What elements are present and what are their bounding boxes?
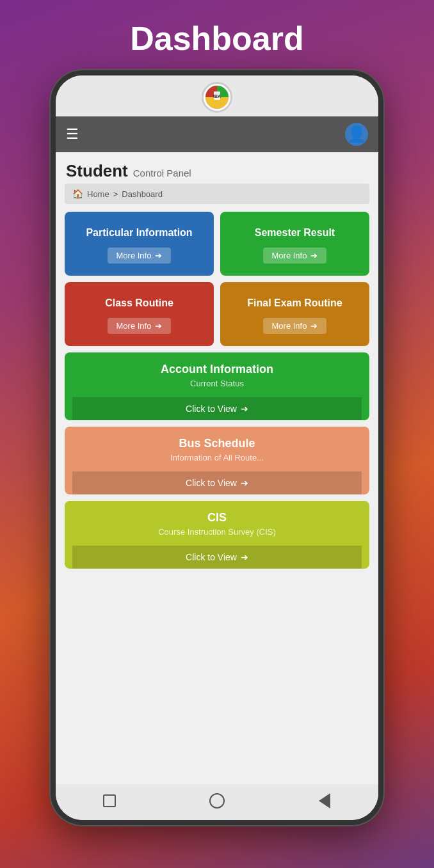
student-header: Student Control Panel	[56, 152, 378, 184]
cis-subtitle: Course Instruction Survey (CIS)	[72, 527, 362, 537]
cis-card[interactable]: CIS Course Instruction Survey (CIS) Clic…	[65, 501, 369, 569]
class-routine-card[interactable]: Class Routine More Info ➔	[65, 282, 214, 346]
particular-information-more-info[interactable]: More Info ➔	[108, 248, 172, 264]
student-title: Student	[66, 161, 128, 181]
circle-icon	[209, 793, 225, 809]
final-exam-routine-card[interactable]: Final Exam Routine More Info ➔	[220, 282, 369, 346]
cis-title: CIS	[72, 511, 362, 525]
circle-nav-button[interactable]	[208, 792, 226, 810]
svg-text:IBA: IBA	[213, 94, 221, 99]
logo-bar: IBA	[56, 75, 378, 116]
breadcrumb-separator: >	[113, 189, 118, 199]
final-exam-routine-title: Final Exam Routine	[247, 297, 342, 309]
back-nav-button[interactable]	[316, 792, 334, 810]
semester-result-more-info[interactable]: More Info ➔	[263, 248, 327, 264]
semester-result-card[interactable]: Semester Result More Info ➔	[220, 212, 369, 276]
phone-frame: IBA ☰ 👤 Student Control Panel 🏠 Home	[51, 70, 383, 825]
university-logo: IBA	[202, 82, 232, 113]
breadcrumb-home: Home	[87, 189, 109, 199]
arrow-icon: ➔	[310, 251, 317, 260]
arrow-icon: ➔	[241, 404, 248, 414]
particular-information-card[interactable]: Particular Information More Info ➔	[65, 212, 214, 276]
page-title-section: Dashboard	[111, 0, 323, 70]
bottom-nav	[56, 784, 378, 820]
arrow-icon: ➔	[310, 321, 317, 331]
account-information-subtitle: Current Status	[72, 379, 362, 388]
account-information-title: Account Information	[72, 363, 362, 376]
square-nav-button[interactable]	[100, 792, 118, 810]
bus-schedule-title: Bus Schedule	[72, 437, 362, 450]
semester-result-title: Semester Result	[255, 226, 335, 239]
arrow-icon: ➔	[155, 321, 162, 331]
account-information-btn[interactable]: Click to View ➔	[72, 397, 362, 420]
arrow-icon: ➔	[241, 552, 248, 562]
arrow-icon: ➔	[155, 251, 162, 260]
back-icon	[319, 793, 330, 809]
phone-wrapper: IBA ☰ 👤 Student Control Panel 🏠 Home	[51, 70, 383, 868]
avatar-icon: 👤	[347, 127, 366, 142]
particular-information-title: Particular Information	[86, 226, 192, 239]
breadcrumb: 🏠 Home > Dashboard	[65, 184, 369, 204]
hamburger-icon[interactable]: ☰	[66, 127, 79, 141]
control-panel-label: Control Panel	[133, 168, 191, 178]
account-information-card[interactable]: Account Information Current Status Click…	[65, 352, 369, 420]
cis-btn[interactable]: Click to View ➔	[72, 546, 362, 569]
class-routine-more-info[interactable]: More Info ➔	[108, 318, 172, 334]
card-grid: Particular Information More Info ➔ Semes…	[56, 212, 378, 352]
arrow-icon: ➔	[241, 478, 248, 488]
bus-schedule-subtitle: Information of All Route...	[72, 453, 362, 462]
nav-bar: ☰ 👤	[56, 116, 378, 152]
bus-schedule-btn[interactable]: Click to View ➔	[72, 471, 362, 494]
bus-schedule-card[interactable]: Bus Schedule Information of All Route...…	[65, 427, 369, 494]
breadcrumb-current: Dashboard	[122, 189, 163, 199]
content-area: Student Control Panel 🏠 Home > Dashboard…	[56, 152, 378, 784]
class-routine-title: Class Routine	[105, 297, 173, 309]
avatar[interactable]: 👤	[345, 123, 368, 146]
final-exam-routine-more-info[interactable]: More Info ➔	[263, 318, 327, 334]
dashboard-title: Dashboard	[111, 0, 323, 70]
home-icon: 🏠	[72, 189, 83, 199]
square-icon	[103, 794, 116, 807]
